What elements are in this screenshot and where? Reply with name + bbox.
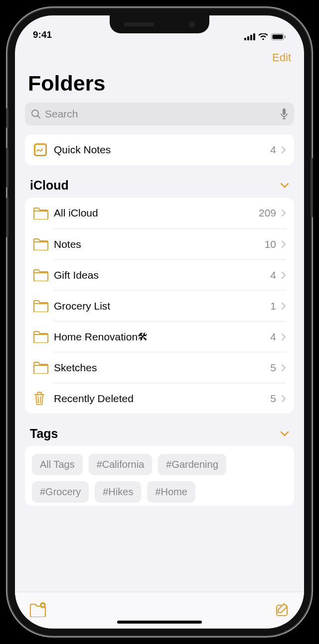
tag-chip[interactable]: #California [89, 454, 153, 475]
trash-icon [33, 391, 46, 406]
row-count: 209 [259, 207, 276, 219]
chevron-down-icon[interactable] [280, 431, 289, 437]
status-icons [244, 33, 286, 40]
tag-chip[interactable]: #Home [147, 481, 195, 503]
section-header-tags[interactable]: Tags [25, 414, 294, 446]
search-icon [31, 109, 41, 119]
chevron-right-icon [281, 302, 286, 310]
home-indicator[interactable] [117, 621, 202, 624]
tag-chip[interactable]: All Tags [32, 454, 83, 475]
folder-icon [33, 207, 49, 219]
tag-chip[interactable]: #Grocery [32, 481, 89, 503]
chevron-right-icon [281, 271, 286, 279]
mic-icon[interactable] [280, 108, 288, 119]
section-header-icloud[interactable]: iCloud [25, 165, 294, 198]
row-count: 10 [265, 238, 276, 250]
svg-line-20 [38, 397, 39, 403]
svg-rect-0 [244, 38, 246, 40]
folder-icon [33, 299, 49, 312]
folder-icon [33, 361, 49, 374]
search-placeholder: Search [45, 108, 280, 120]
chevron-right-icon [281, 240, 286, 248]
folder-row[interactable]: Home Renovation🛠4 [25, 321, 294, 352]
quick-note-icon [33, 142, 48, 157]
folder-row[interactable]: Sketches5 [25, 352, 294, 383]
folder-quick-notes[interactable]: Quick Notes 4 [25, 134, 294, 165]
row-label: All iCloud [54, 207, 259, 219]
svg-rect-9 [283, 108, 286, 115]
chevron-right-icon [281, 209, 286, 217]
folder-row[interactable]: Gift Ideas4 [25, 259, 294, 290]
svg-rect-5 [273, 35, 283, 39]
battery-icon [271, 33, 286, 40]
compose-button[interactable] [275, 602, 290, 617]
section-title: iCloud [30, 178, 69, 193]
svg-rect-3 [253, 33, 255, 40]
section-title: Tags [30, 427, 58, 441]
row-label: Home Renovation🛠 [54, 331, 270, 343]
tags-container: All Tags#California#Gardening#Grocery#Hi… [25, 446, 294, 506]
svg-line-8 [38, 116, 40, 118]
page-title: Folders [15, 66, 304, 100]
wifi-icon [258, 33, 268, 40]
folder-row[interactable]: Recently Deleted5 [25, 383, 294, 414]
svg-rect-1 [247, 36, 249, 40]
chevron-right-icon [281, 333, 286, 341]
row-count: 5 [270, 362, 276, 374]
edit-button[interactable]: Edit [272, 51, 291, 64]
row-label: Recently Deleted [54, 393, 270, 405]
svg-rect-13 [35, 145, 45, 155]
row-count: 5 [270, 393, 276, 405]
row-count: 4 [270, 144, 276, 156]
folder-icon [33, 237, 49, 250]
cellular-icon [244, 33, 255, 40]
folder-row[interactable]: Grocery List1 [25, 290, 294, 321]
chevron-right-icon [281, 364, 286, 372]
svg-line-21 [40, 397, 41, 403]
new-folder-button[interactable] [29, 602, 47, 617]
status-time: 9:41 [33, 29, 52, 40]
chevron-down-icon[interactable] [280, 183, 289, 189]
folder-row[interactable]: Notes10 [25, 228, 294, 259]
svg-rect-2 [250, 35, 252, 40]
chevron-right-icon [281, 146, 286, 154]
row-count: 4 [270, 331, 276, 343]
folder-row[interactable]: All iCloud209 [25, 198, 294, 228]
folder-icon [33, 268, 49, 281]
row-label: Grocery List [54, 300, 270, 312]
folder-icon [33, 330, 49, 343]
row-count: 1 [270, 300, 276, 312]
row-count: 4 [270, 269, 276, 281]
row-label: Sketches [54, 362, 270, 374]
search-input[interactable]: Search [25, 103, 294, 125]
chevron-right-icon [281, 395, 286, 403]
tag-chip[interactable]: #Gardening [158, 454, 226, 475]
row-label: Quick Notes [54, 144, 270, 156]
svg-rect-6 [285, 36, 286, 38]
tag-chip[interactable]: #Hikes [95, 481, 141, 503]
row-label: Notes [54, 238, 265, 250]
row-label: Gift Ideas [54, 269, 270, 281]
